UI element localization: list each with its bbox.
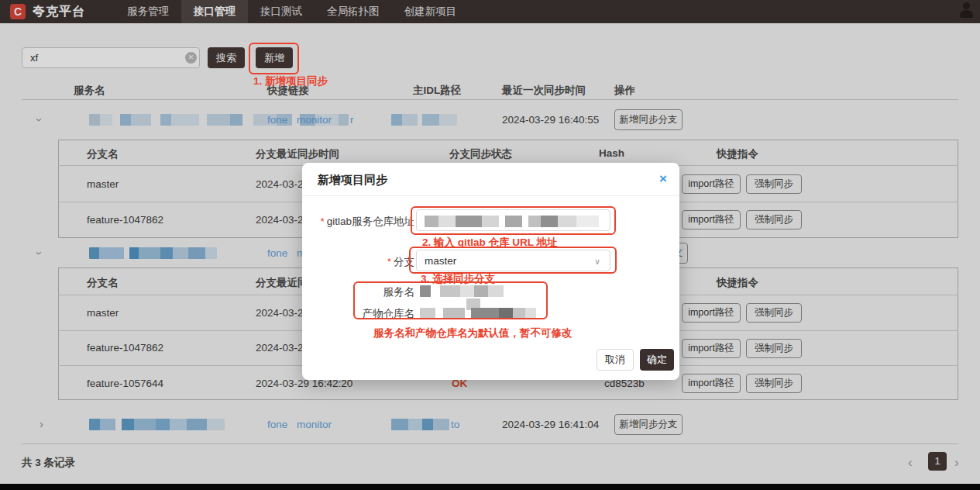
divider <box>302 195 679 196</box>
redacted-service-value <box>420 285 504 297</box>
branch-select-value: master <box>425 255 456 267</box>
service-name-label: 服务名 <box>370 285 414 299</box>
required-mark: * <box>387 256 391 267</box>
redacted-repo-url <box>425 216 599 227</box>
add-project-sync-modal: 新增项目同步 × *gitlab服务仓库地址 *分支 master ∨ 服务名 … <box>302 163 679 380</box>
repo-address-input[interactable] <box>416 209 610 231</box>
annotation-step1: 1. 新增项目同步 <box>253 74 328 88</box>
annotation-step2: 2. 输入 gitlab 仓库 URL 地址 <box>422 236 558 250</box>
repo-address-label: *gitlab服务仓库地址 <box>310 215 414 229</box>
required-mark: * <box>320 216 324 227</box>
annotation-note: 服务名和产物仓库名为默认值，暂不可修改 <box>373 326 573 340</box>
branch-label: *分支 <box>360 255 414 269</box>
close-icon[interactable]: × <box>659 171 667 187</box>
redacted-artifact-value <box>420 308 536 319</box>
app-window: C 夸克平台 服务管理 接口管理 接口测试 全局拓扑图 创建新项目 ✕ 搜索 新… <box>0 0 980 490</box>
modal-title: 新增项目同步 <box>318 173 387 188</box>
artifact-repo-label: 产物仓库名 <box>350 307 414 321</box>
annotation-step3: 3. 选择同步分支 <box>421 272 495 286</box>
branch-select[interactable]: master ∨ <box>416 250 610 271</box>
confirm-button[interactable]: 确定 <box>640 349 674 371</box>
bottom-bar <box>0 484 980 490</box>
cancel-button[interactable]: 取消 <box>597 349 634 371</box>
chevron-down-icon: ∨ <box>594 257 600 267</box>
